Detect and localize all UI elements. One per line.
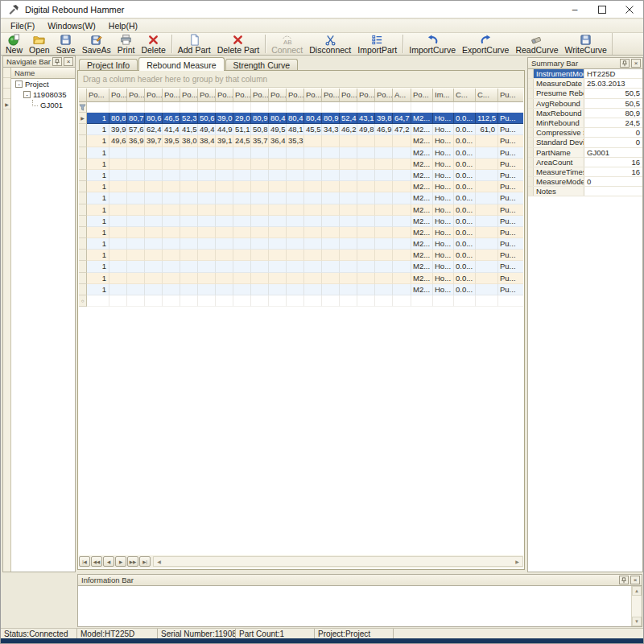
grid-cell[interactable]: Pu...: [498, 147, 523, 159]
new-row-cell[interactable]: [109, 295, 127, 307]
grid-cell[interactable]: [216, 273, 233, 284]
grid-cell[interactable]: 39,1: [216, 135, 233, 147]
grid-cell[interactable]: Ho...: [433, 170, 454, 181]
summary-value[interactable]: GJ001: [584, 148, 642, 157]
grid-cell[interactable]: [127, 204, 145, 216]
grid-cell[interactable]: Pu...: [498, 113, 523, 124]
column-header[interactable]: Po...: [127, 89, 145, 102]
grid-cell[interactable]: 38,0: [180, 135, 198, 147]
grid-cell[interactable]: [375, 216, 393, 227]
new-row-cell[interactable]: [476, 295, 498, 307]
filter-cell[interactable]: [322, 102, 340, 113]
grid-cell[interactable]: [393, 204, 411, 216]
grid-cell[interactable]: [304, 192, 322, 204]
grid-cell[interactable]: 35,7: [251, 135, 269, 147]
grid-cell[interactable]: [180, 284, 198, 295]
grid-cell[interactable]: [127, 170, 145, 181]
grid-cell[interactable]: 0.0...: [454, 250, 476, 261]
grid-cell[interactable]: 41,4: [163, 124, 180, 135]
grid-cell[interactable]: 0.0...: [454, 216, 476, 227]
maximize-button[interactable]: [588, 1, 616, 18]
grid-cell[interactable]: [180, 273, 198, 284]
grid-cell[interactable]: M2...: [411, 238, 433, 250]
grid-cell[interactable]: [198, 147, 216, 159]
filter-cell[interactable]: [287, 102, 304, 113]
row-indicator[interactable]: [79, 273, 87, 284]
summary-value[interactable]: 50,5: [584, 99, 642, 108]
grid-cell[interactable]: [304, 159, 322, 170]
grid-cell[interactable]: 61,0: [476, 124, 498, 135]
grid-cell[interactable]: [287, 204, 304, 216]
grid-cell[interactable]: [269, 273, 287, 284]
current-row-arrow[interactable]: ▶: [79, 113, 87, 124]
summary-value[interactable]: HT225D: [584, 69, 642, 78]
grid-cell[interactable]: [375, 227, 393, 238]
grid-cell[interactable]: [269, 261, 287, 272]
grid-cell[interactable]: [233, 250, 251, 261]
toolbar-button-delete[interactable]: Delete: [138, 33, 168, 55]
summary-label[interactable]: PartName: [534, 148, 584, 157]
pin-icon[interactable]: [619, 576, 629, 584]
grid-cell[interactable]: [251, 261, 269, 272]
grid-cell[interactable]: [251, 170, 269, 181]
grid-cell[interactable]: 57,6: [127, 124, 145, 135]
grid-cell[interactable]: [216, 147, 233, 159]
filter-cell[interactable]: [87, 102, 109, 113]
summary-value[interactable]: 16: [584, 167, 642, 176]
toolbar-button-exportcurve[interactable]: ExportCurve: [459, 33, 512, 55]
grid-cell[interactable]: [145, 181, 163, 192]
grid-cell[interactable]: 1: [87, 273, 109, 284]
grid-cell[interactable]: [198, 250, 216, 261]
toolbar-button-saveas[interactable]: SaveAs: [79, 33, 114, 55]
grid-cell[interactable]: 41,5: [180, 124, 198, 135]
grid-cell[interactable]: [180, 147, 198, 159]
summary-label[interactable]: AreaCount: [534, 158, 584, 167]
grid-cell[interactable]: [163, 216, 180, 227]
title-bar[interactable]: Digital Rebound Hammer –: [1, 1, 643, 19]
grid-cell[interactable]: 51,1: [233, 124, 251, 135]
grid-cell[interactable]: [357, 192, 375, 204]
grid-cell[interactable]: [340, 135, 357, 147]
new-row-cell[interactable]: [411, 295, 433, 307]
navigator-button-0[interactable]: |◀: [79, 556, 90, 567]
minimize-button[interactable]: –: [561, 1, 588, 18]
grid-cell[interactable]: Pu...: [498, 170, 523, 181]
grid-cell[interactable]: [233, 147, 251, 159]
navigator-button-2[interactable]: ◀: [103, 556, 114, 567]
grid-cell[interactable]: Pu...: [498, 216, 523, 227]
grid-cell[interactable]: 0.0...: [454, 124, 476, 135]
grid-cell[interactable]: [233, 261, 251, 272]
grid-cell[interactable]: [393, 227, 411, 238]
grid-cell[interactable]: [216, 216, 233, 227]
grid-cell[interactable]: [287, 238, 304, 250]
navigator-button-5[interactable]: ▶|: [139, 556, 151, 567]
grid-cell[interactable]: [393, 273, 411, 284]
grid-cell[interactable]: 80,6: [145, 113, 163, 124]
grid-cell[interactable]: 80,4: [304, 113, 322, 124]
new-row-cell[interactable]: [251, 295, 269, 307]
filter-cell[interactable]: [180, 102, 198, 113]
grid-cell[interactable]: 36,9: [127, 135, 145, 147]
grid-cell[interactable]: [287, 227, 304, 238]
summary-row-partname[interactable]: PartNameGJ001: [528, 148, 642, 158]
grid-cell[interactable]: [322, 250, 340, 261]
grid-cell[interactable]: 50,6: [198, 113, 216, 124]
grid-cell[interactable]: M2...: [411, 227, 433, 238]
grid-cell[interactable]: 0.0...: [454, 170, 476, 181]
grid-cell[interactable]: M2...: [411, 147, 433, 159]
grid-cell[interactable]: [127, 159, 145, 170]
grid-cell[interactable]: [251, 159, 269, 170]
grid-cell[interactable]: [163, 273, 180, 284]
summary-row-maxrebound[interactable]: MaxRebound80,9: [528, 109, 642, 118]
grid-cell[interactable]: 80,9: [322, 113, 340, 124]
grid-cell[interactable]: M2...: [411, 261, 433, 272]
grid-cell[interactable]: [340, 159, 357, 170]
grid-cell[interactable]: [216, 261, 233, 272]
grid-cell[interactable]: [251, 192, 269, 204]
grid-cell[interactable]: [216, 181, 233, 192]
filter-cell[interactable]: [198, 102, 216, 113]
grid-cell[interactable]: [109, 204, 127, 216]
grid-cell[interactable]: [109, 216, 127, 227]
new-row-cell[interactable]: [233, 295, 251, 307]
grid-cell[interactable]: 52,3: [180, 113, 198, 124]
